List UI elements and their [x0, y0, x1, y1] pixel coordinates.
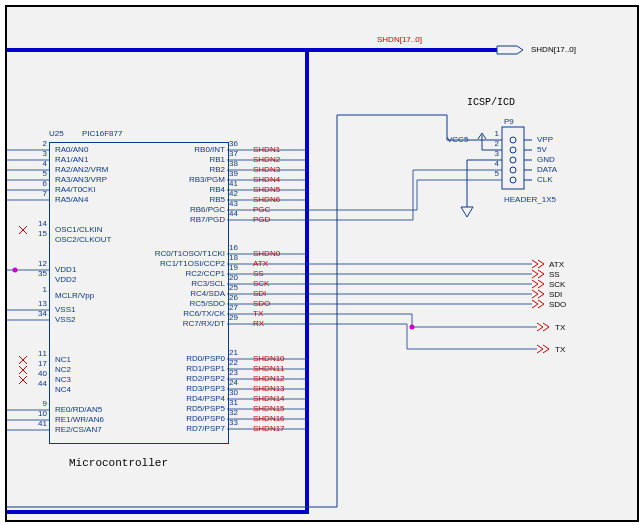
pin-name: RC6/TX/CK: [145, 309, 225, 318]
header-pin-number: 2: [487, 139, 499, 148]
pin-number: 19: [229, 263, 238, 272]
pin-number: 9: [31, 399, 47, 408]
pin-number: 23: [229, 368, 238, 377]
bus-net-label: SHDN[17..0]: [377, 35, 422, 44]
net-label: SHDN10: [253, 354, 285, 363]
pin-number: 21: [229, 348, 238, 357]
net-label: SHDN15: [253, 404, 285, 413]
pin-number: 4: [31, 159, 47, 168]
pin-number: 2: [31, 139, 47, 148]
port-sdo: SDO: [549, 300, 566, 309]
pin-number: 27: [229, 303, 238, 312]
net-label: SHDN3: [253, 165, 280, 174]
net-label: SHDN14: [253, 394, 285, 403]
pin-number: 44: [31, 379, 47, 388]
pin-number: 26: [229, 293, 238, 302]
pin-name: NC3: [55, 375, 71, 384]
pin-name: VSS1: [55, 305, 75, 314]
pin-number: 17: [31, 359, 47, 368]
pin-name: RB7/PGD: [145, 215, 225, 224]
pin-number: 1: [31, 285, 47, 294]
pin-name: OSC1/CLKIN: [55, 225, 103, 234]
port-sck: SCK: [549, 280, 565, 289]
header-pin-number: 4: [487, 159, 499, 168]
pin-name: RA1/AN1: [55, 155, 88, 164]
pin-number: 5: [31, 169, 47, 178]
pin-number: 43: [229, 199, 238, 208]
net-label: SHDN5: [253, 185, 280, 194]
pin-name: RC2/CCP1: [145, 269, 225, 278]
port-sdi: SDI: [549, 290, 562, 299]
pin-name: RD5/PSP5: [145, 404, 225, 413]
pin-name: RA2/AN2/VRM: [55, 165, 108, 174]
pin-number: 7: [31, 189, 47, 198]
svg-point-62: [510, 177, 516, 183]
port-ss: SS: [549, 270, 560, 279]
pin-name: VDD1: [55, 265, 76, 274]
pin-name: RB2: [145, 165, 225, 174]
ic-part: PIC16F877: [82, 129, 122, 138]
header-title: ICSP/ICD: [467, 97, 515, 108]
net-label: SS: [253, 269, 264, 278]
pin-name: RB5: [145, 195, 225, 204]
pin-name: RC5/SDO: [145, 299, 225, 308]
ic-title: Microcontroller: [69, 457, 168, 469]
pin-name: RE1/WR/AN6: [55, 415, 104, 424]
pin-name: RB3/PGM: [145, 175, 225, 184]
pin-name: RD7/PSP7: [145, 424, 225, 433]
pin-name: RD4/PSP4: [145, 394, 225, 403]
net-label: SHDN13: [253, 384, 285, 393]
svg-point-52: [13, 268, 18, 273]
svg-point-61: [510, 167, 516, 173]
pin-number: 40: [31, 369, 47, 378]
net-label: SHDN11: [253, 364, 285, 373]
header-pin-name: CLK: [537, 175, 553, 184]
pin-name: RD2/PSP2: [145, 374, 225, 383]
header-ref: P9: [504, 117, 514, 126]
bus-port-label: SHDN[17..0]: [531, 45, 576, 54]
header-pin-name: GND: [537, 155, 555, 164]
pin-number: 39: [229, 169, 238, 178]
pin-number: 35: [31, 269, 47, 278]
pin-name: RA0/AN0: [55, 145, 88, 154]
pin-name: RB0/INT: [145, 145, 225, 154]
header-part: HEADER_1X5: [504, 195, 556, 204]
pin-name: VDD2: [55, 275, 76, 284]
pin-number: 10: [31, 409, 47, 418]
pin-number: 24: [229, 378, 238, 387]
pin-name: NC4: [55, 385, 71, 394]
pin-name: RC3/SCL: [145, 279, 225, 288]
net-label: SHDN1: [253, 145, 280, 154]
pin-name: RD0/PSP0: [145, 354, 225, 363]
svg-rect-54: [502, 127, 524, 189]
pin-number: 32: [229, 408, 238, 417]
pin-name: RD6/PSP6: [145, 414, 225, 423]
pin-name: VSS2: [55, 315, 75, 324]
svg-point-60: [510, 157, 516, 163]
pin-name: RA3/AN3/VRP: [55, 175, 107, 184]
net-label: SHDN6: [253, 195, 280, 204]
pin-number: 38: [229, 159, 238, 168]
pin-number: 44: [229, 209, 238, 218]
pin-name: RB1: [145, 155, 225, 164]
pin-number: 29: [229, 313, 238, 322]
pin-name: OSC2/CLKOUT: [55, 235, 111, 244]
pin-number: 42: [229, 189, 238, 198]
net-label: PGD: [253, 215, 270, 224]
pin-number: 16: [229, 243, 238, 252]
pin-name: RD1/PSP1: [145, 364, 225, 373]
pin-number: 6: [31, 179, 47, 188]
vcc-label: VCC5: [447, 135, 468, 144]
header-pin-name: 5V: [537, 145, 547, 154]
pin-number: 3: [31, 149, 47, 158]
header-pin-name: VPP: [537, 135, 553, 144]
pin-number: 20: [229, 273, 238, 282]
net-label: SHDN16: [253, 414, 285, 423]
ic-ref: U25: [49, 129, 64, 138]
pin-number: 36: [229, 139, 238, 148]
pin-name: NC1: [55, 355, 71, 364]
net-label: TX: [253, 309, 263, 318]
pin-number: 31: [229, 398, 238, 407]
header-pin-name: DATA: [537, 165, 557, 174]
schematic-canvas: SHDN[17..0] SHDN[17..0] U25 PIC16F877 Mi…: [7, 7, 637, 520]
